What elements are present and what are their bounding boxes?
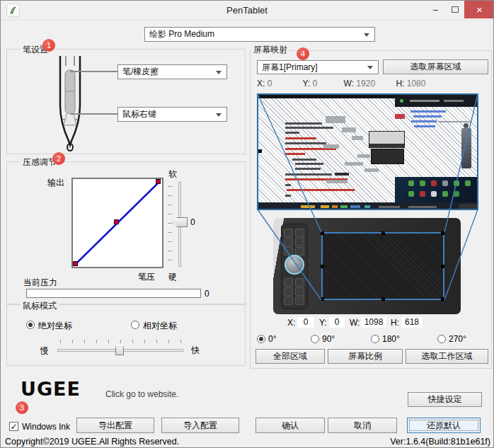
maximize-icon bbox=[452, 6, 459, 13]
chevron-down-icon bbox=[216, 71, 222, 74]
tablet-h-label: H: bbox=[391, 318, 399, 328]
select-screen-area-button[interactable]: 选取屏幕区域 bbox=[383, 59, 488, 74]
profile-select-value: 绘影 Pro Medium bbox=[149, 28, 214, 40]
tablet-w-value[interactable]: 1098 bbox=[361, 317, 386, 328]
area-handle-tr[interactable] bbox=[441, 231, 444, 235]
monitor-select[interactable]: 屏幕1[Primary] bbox=[257, 60, 379, 74]
relative-radio[interactable] bbox=[131, 321, 139, 329]
screen-y-label: Y: bbox=[303, 79, 311, 88]
full-area-button[interactable]: 全部区域 bbox=[255, 349, 325, 364]
relative-label[interactable]: 相对坐标 bbox=[143, 320, 177, 332]
window-title: PenTablet bbox=[1, 5, 493, 16]
step-badge-3: 3 bbox=[16, 401, 28, 414]
absolute-label[interactable]: 绝对坐标 bbox=[38, 320, 72, 332]
soft-label: 软 bbox=[168, 168, 177, 180]
tablet-h-value[interactable]: 618 bbox=[401, 317, 423, 328]
pen-upper-button-value: 笔/橡皮擦 bbox=[122, 66, 159, 78]
upper-button-connector bbox=[70, 71, 117, 72]
tablet-active-area[interactable] bbox=[321, 232, 444, 300]
step-badge-1: 1 bbox=[42, 39, 55, 52]
website-hint[interactable]: Click go to website. bbox=[105, 389, 178, 399]
pressure-curve-graph[interactable] bbox=[71, 178, 163, 268]
windows-ink-checkbox[interactable]: ✓ bbox=[9, 422, 18, 431]
tablet-illustration bbox=[273, 218, 461, 314]
tablet-y-label: Y: bbox=[319, 318, 327, 328]
tablet-x-value[interactable]: 0 bbox=[297, 317, 314, 328]
area-handle-mr[interactable] bbox=[441, 265, 444, 268]
rotation-0-label[interactable]: 0° bbox=[268, 334, 276, 344]
monitor-select-value: 屏幕1[Primary] bbox=[262, 62, 318, 74]
screen-preview[interactable] bbox=[257, 93, 478, 210]
maximize-button[interactable] bbox=[446, 1, 464, 18]
pentablet-window: PenTablet − × 绘影 Pro Medium 笔设置 1 笔/橡皮擦 … bbox=[0, 0, 494, 448]
screen-x-label: X: bbox=[257, 79, 265, 88]
area-handle-tl[interactable] bbox=[321, 231, 324, 235]
checkmark-icon: ✓ bbox=[10, 422, 17, 432]
ugee-logo[interactable]: UGEE bbox=[21, 378, 81, 400]
shortcut-settings-button[interactable]: 快捷设定 bbox=[408, 392, 482, 407]
rotation-90-label[interactable]: 90° bbox=[322, 334, 335, 344]
pen-pressure-label: 笔压 bbox=[138, 271, 155, 283]
restore-default-button[interactable]: 还原默认 bbox=[407, 418, 481, 433]
mapping-title: 屏幕映射 bbox=[251, 44, 289, 56]
rotation-0-radio[interactable] bbox=[257, 335, 265, 343]
area-handle-bl[interactable] bbox=[321, 297, 324, 301]
screen-y-value: 0 bbox=[313, 79, 318, 88]
screen-h-label: H: bbox=[396, 79, 404, 88]
export-config-button[interactable]: 导出配置 bbox=[76, 418, 154, 433]
tablet-y-value[interactable]: 0 bbox=[329, 317, 345, 328]
lower-button-connector bbox=[70, 113, 117, 115]
area-handle-tc[interactable] bbox=[381, 231, 385, 235]
current-pressure-label: 当前压力 bbox=[23, 277, 57, 289]
fast-label: 快 bbox=[191, 345, 200, 357]
preview-left-handle[interactable] bbox=[258, 149, 262, 153]
absolute-radio[interactable] bbox=[26, 321, 35, 329]
screen-ratio-button[interactable]: 屏幕比例 bbox=[328, 349, 403, 364]
chevron-down-icon bbox=[367, 66, 373, 69]
tablet-w-label: W: bbox=[350, 318, 360, 328]
import-config-button[interactable]: 导入配置 bbox=[161, 418, 239, 433]
select-work-area-button[interactable]: 选取工作区域 bbox=[406, 349, 488, 364]
close-button[interactable]: × bbox=[464, 1, 494, 18]
screen-w-value: 1920 bbox=[356, 79, 375, 88]
current-pressure-bar bbox=[26, 289, 201, 298]
rotation-270-label[interactable]: 270° bbox=[449, 334, 466, 344]
chevron-down-icon bbox=[364, 33, 369, 37]
rotation-90-radio[interactable] bbox=[311, 335, 319, 343]
profile-select[interactable]: 绘影 Pro Medium bbox=[144, 27, 375, 42]
mouse-mode-title: 鼠标模式 bbox=[21, 300, 59, 312]
tablet-x-label: X: bbox=[287, 318, 295, 328]
step-badge-4: 4 bbox=[297, 47, 309, 60]
screen-w-label: W: bbox=[344, 79, 354, 88]
windows-ink-label[interactable]: Windows Ink bbox=[22, 422, 70, 432]
copyright-text: Copyright©2019 UGEE.All Rights Reserved. bbox=[5, 437, 179, 447]
hard-label: 硬 bbox=[168, 271, 177, 283]
pen-illustration bbox=[52, 54, 88, 152]
curve-point-low[interactable] bbox=[73, 261, 78, 266]
tablet-dial bbox=[285, 255, 304, 275]
rotation-180-label[interactable]: 180° bbox=[382, 334, 400, 344]
rotation-270-radio[interactable] bbox=[437, 335, 446, 343]
area-handle-ml[interactable] bbox=[321, 265, 324, 268]
screen-h-value: 1080 bbox=[407, 79, 426, 88]
step-badge-2: 2 bbox=[52, 152, 65, 165]
minimize-button[interactable]: − bbox=[426, 1, 444, 18]
cancel-button[interactable]: 取消 bbox=[328, 418, 397, 433]
pen-lower-button-select[interactable]: 鼠标右键 bbox=[117, 107, 227, 122]
titlebar[interactable]: PenTablet − × bbox=[1, 1, 493, 21]
screen-rect-info: X: 0 Y: 0 W: 1920 H: 1080 bbox=[257, 79, 425, 88]
current-pressure-value: 0 bbox=[205, 289, 209, 299]
pen-upper-button-select[interactable]: 笔/橡皮擦 bbox=[117, 64, 227, 79]
pen-lower-button-value: 鼠标右键 bbox=[122, 108, 156, 120]
curve-point-high[interactable] bbox=[156, 179, 161, 184]
tablet-express-key-panel bbox=[281, 224, 308, 309]
screen-x-value: 0 bbox=[268, 79, 272, 88]
area-handle-br[interactable] bbox=[441, 297, 444, 301]
slow-label: 慢 bbox=[40, 345, 49, 357]
curve-point-mid[interactable] bbox=[114, 219, 119, 224]
chevron-down-icon bbox=[216, 113, 222, 117]
softness-value: 0 bbox=[190, 217, 195, 227]
area-handle-bc[interactable] bbox=[381, 297, 385, 301]
confirm-button[interactable]: 确认 bbox=[255, 418, 325, 433]
rotation-180-radio[interactable] bbox=[371, 335, 379, 343]
